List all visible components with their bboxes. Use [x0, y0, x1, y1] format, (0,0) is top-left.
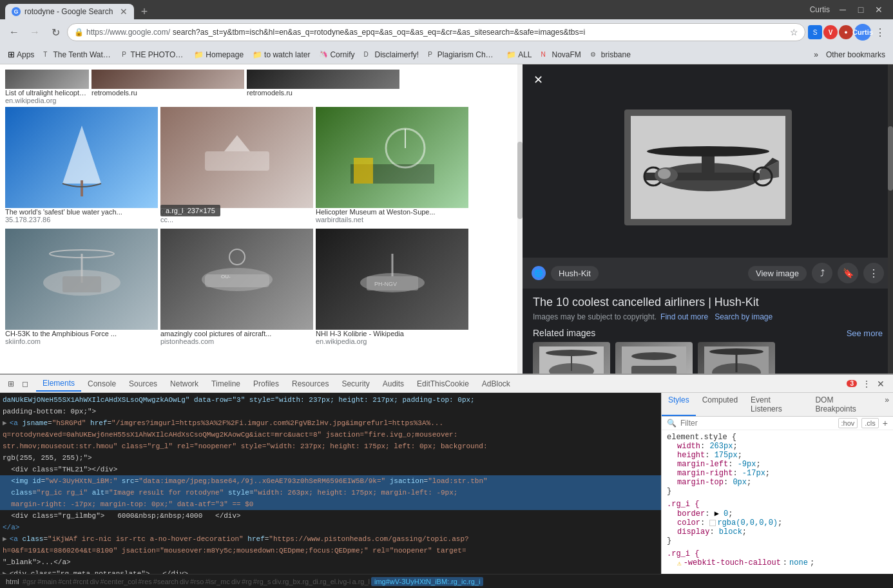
chrome-extension-3[interactable]: ●: [839, 25, 853, 39]
code-line-5: str.hmov;mouseout:str.hmou" class="rg_l"…: [0, 441, 661, 452]
bm-folder-4[interactable]: 📁 to watch later: [249, 49, 314, 61]
img-source-2: cc...: [160, 216, 313, 223]
devtools-dock-btn[interactable]: ◻: [19, 378, 31, 390]
other-bookmarks-btn[interactable]: Other bookmarks: [822, 49, 889, 61]
active-tab[interactable]: G rotodyne - Google Search ✕: [5, 4, 134, 19]
user-avatar[interactable]: Curtis: [854, 24, 871, 41]
tab-elements[interactable]: Elements: [36, 376, 81, 392]
bc-html[interactable]: html: [4, 578, 21, 585]
right-tabs-more[interactable]: »: [881, 393, 893, 416]
tab-adblock[interactable]: AdBlock: [475, 377, 517, 391]
tab-audits[interactable]: Audits: [376, 377, 410, 391]
user-name[interactable]: Curtis: [810, 5, 830, 14]
apps-btn[interactable]: ⊞ Apps: [4, 48, 38, 61]
tab-profiles[interactable]: Profiles: [247, 377, 285, 391]
image-item-partial-2[interactable]: retromodels.ru: [91, 70, 244, 104]
forward-btn[interactable]: →: [26, 23, 44, 41]
bm-label-3: Homepage: [206, 50, 244, 59]
bm-folder-icon-8: 📁: [506, 50, 516, 59]
triangle-16[interactable]: ▶: [3, 568, 7, 574]
bookmarks-more-btn[interactable]: »: [811, 49, 821, 61]
code-line-9[interactable]: class="rg_ic rg_i" alt="Image result for…: [0, 487, 661, 498]
viewer-find-out-link[interactable]: Find out more: [660, 312, 708, 321]
viewer-site-icon: 🌐: [532, 266, 546, 280]
image-item-partial-3[interactable]: retromodels.ru: [247, 70, 399, 104]
bm-item-2[interactable]: P THE PHOTOSHOP Bl: [118, 49, 189, 61]
viewer-close-btn[interactable]: ✕: [529, 71, 547, 89]
bm-item-6[interactable]: D Disclaimerfy!: [360, 49, 423, 61]
tab-timeline[interactable]: Timeline: [205, 377, 247, 391]
bm-item-9[interactable]: N NovaFM: [537, 49, 585, 61]
chrome-menu-btn[interactable]: ⋮: [872, 25, 888, 40]
tab-editthiscookie[interactable]: EditThisCookie: [410, 377, 475, 391]
reload-btn[interactable]: ↻: [46, 23, 64, 41]
viewer-aircraft-image: [624, 109, 792, 225]
devtools-menu-btn[interactable]: ⋮: [859, 377, 874, 391]
image-item-2[interactable]: 0923.JPG ... cc... a.rg_l 237×175: [160, 107, 313, 223]
code-line-8[interactable]: <img id="wV-3UyHXtN_iBM:" src="data:imag…: [0, 475, 661, 487]
code-text-10: margin-right: -17px; margin-top: 0px;" d…: [3, 498, 658, 510]
right-tab-computed[interactable]: Computed: [696, 393, 744, 416]
viewer-bookmark-btn[interactable]: 🔖: [838, 263, 858, 283]
code-line-2: padding-bottom: 0px;">: [0, 406, 661, 417]
code-line-10[interactable]: margin-right: -17px; margin-top: 0px;" d…: [0, 498, 661, 510]
main-scrollbar-track[interactable]: [517, 64, 523, 374]
minimize-btn[interactable]: ─: [834, 1, 852, 19]
related-thumb-1[interactable]: [533, 342, 610, 374]
viewer-view-image-btn[interactable]: View image: [748, 266, 807, 281]
chrome-extension-2[interactable]: V: [823, 25, 838, 39]
back-btn[interactable]: ←: [5, 23, 23, 41]
triangle-13[interactable]: ▶: [3, 533, 7, 545]
new-tab-btn[interactable]: +: [137, 4, 152, 19]
devtools-undock-btn[interactable]: ⊞: [5, 378, 17, 390]
viewer-copyright-line: Images may be subject to copyright. Find…: [523, 312, 893, 321]
tab-close-icon[interactable]: ✕: [120, 6, 128, 17]
image-item-1[interactable]: The world's 'safest' blue water yach... …: [5, 107, 158, 223]
tab-security[interactable]: Security: [335, 377, 376, 391]
title-bar: G rotodyne - Google Search ✕ + Curtis ─ …: [0, 0, 893, 19]
right-tab-dom-breakpoints[interactable]: DOM Breakpoints: [809, 393, 881, 416]
viewer-scrollbar-track[interactable]: [888, 64, 893, 374]
hov-toggle[interactable]: :hov: [838, 418, 858, 428]
image-item-6[interactable]: PH-NGV NHI H-3 Kolibrie - Wikipedia en.w…: [316, 229, 468, 345]
styles-filter-input[interactable]: [680, 419, 834, 428]
image-item-partial-1[interactable]: List of ultralight helicopters - Wikiped…: [5, 70, 89, 104]
bm-label-2: THE PHOTOSHOP Bl: [130, 50, 185, 59]
star-icon[interactable]: ☆: [790, 27, 798, 37]
viewer-more-btn[interactable]: ⋮: [863, 263, 884, 283]
chrome-extension-1[interactable]: S: [808, 25, 822, 39]
triangle-3[interactable]: ▶: [3, 417, 7, 429]
viewer-see-more-link[interactable]: See more: [847, 328, 883, 338]
img-thumb-4: [5, 229, 158, 330]
right-tab-styles[interactable]: Styles: [662, 393, 696, 416]
maximize-btn[interactable]: □: [852, 1, 870, 19]
bm-item-5[interactable]: 🦄 Cornify: [315, 49, 358, 61]
image-item-4[interactable]: CH-53K to the Amphibious Force ... skiin…: [5, 229, 158, 345]
main-scrollbar-thumb[interactable]: [517, 142, 523, 219]
viewer-share-btn[interactable]: ⤴: [812, 263, 832, 283]
add-style-rule[interactable]: +: [883, 418, 888, 428]
bm-item-1[interactable]: T The Tenth Watch for: [39, 49, 117, 61]
tab-resources[interactable]: Resources: [285, 377, 335, 391]
related-thumb-2[interactable]: [615, 342, 693, 374]
bm-label-5: Cornify: [330, 50, 354, 59]
bc-active-element[interactable]: img#wV-3UyHXtN_iBM:.rg_ic.rg_i: [371, 577, 483, 586]
devtools-close-btn[interactable]: ✕: [874, 377, 888, 391]
right-tab-event-listeners[interactable]: Event Listeners: [744, 393, 809, 416]
related-thumb-3[interactable]: [698, 342, 775, 374]
close-btn[interactable]: ✕: [870, 1, 888, 19]
address-input[interactable]: 🔒 https://www.google.com/ search?as_st=y…: [67, 23, 805, 41]
tab-console[interactable]: Console: [81, 377, 122, 391]
viewer-site-name-btn[interactable]: Hush-Kit: [551, 266, 599, 281]
bm-folder-3[interactable]: 📁 Homepage: [190, 49, 247, 61]
image-item-5[interactable]: OU- amazingly cool pictures of aircraft.…: [160, 229, 313, 345]
tab-sources[interactable]: Sources: [122, 377, 164, 391]
bm-item-10[interactable]: ⚙ brisbane: [586, 49, 635, 61]
cls-toggle[interactable]: .cls: [861, 418, 879, 428]
bm-item-7[interactable]: P Plagiarism Checker -: [424, 49, 501, 61]
viewer-search-image-link[interactable]: Search by image: [715, 312, 773, 321]
image-item-3[interactable]: Helicopter Museum at Weston-Supe... warb…: [316, 107, 468, 223]
bm-folder-8[interactable]: 📁 ALL: [503, 49, 535, 61]
viewer-scrollbar-thumb[interactable]: [888, 126, 893, 191]
tab-network[interactable]: Network: [164, 377, 205, 391]
